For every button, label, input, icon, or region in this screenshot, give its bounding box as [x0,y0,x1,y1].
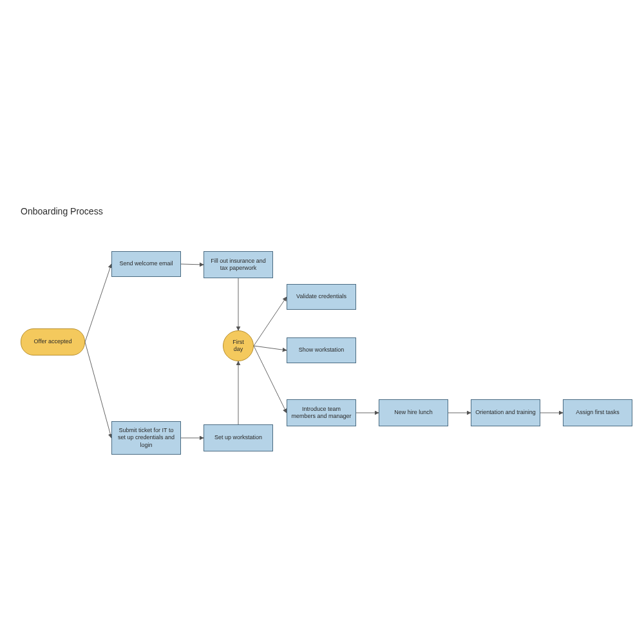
node-label: New hire lunch [394,409,433,416]
node-label: Submit ticket for IT to set up credentia… [116,427,176,449]
node-label: Introduce team members and manager [291,406,352,421]
edge-firstday-to-showws [254,346,287,350]
diagram-canvas: Onboarding Process Offer accepted Send w… [0,0,644,644]
node-fill-paperwork: Fill out insurance and tax paperwork [204,251,273,278]
node-label: Orientation and training [475,409,536,416]
node-label: Show workstation [299,346,345,354]
node-label: First day [227,339,249,354]
node-first-day: First day [223,330,254,361]
node-show-workstation: Show workstation [287,337,356,363]
diagram-title: Onboarding Process [21,206,103,216]
edge-offer-to-ticket [85,342,111,438]
node-label: Set up workstation [214,434,262,441]
node-assign-first-tasks: Assign first tasks [563,399,632,426]
node-send-welcome-email: Send welcome email [111,251,181,277]
node-offer-accepted: Offer accepted [21,328,85,355]
node-label: Assign first tasks [576,409,620,416]
edges-layer [0,0,644,644]
node-submit-it-ticket: Submit ticket for IT to set up credentia… [111,421,181,455]
edge-offer-to-welcome [85,264,111,342]
node-label: Send welcome email [119,260,173,267]
node-introduce-team: Introduce team members and manager [287,399,356,426]
node-new-hire-lunch: New hire lunch [379,399,448,426]
node-orientation-training: Orientation and training [471,399,540,426]
node-label: Validate credentials [296,293,346,300]
node-label: Fill out insurance and tax paperwork [208,258,269,272]
edge-firstday-to-validate [254,297,287,346]
edge-firstday-to-introduce [254,346,287,413]
edge-welcome-to-paperwork [181,264,204,265]
node-label: Offer accepted [34,338,72,345]
node-set-up-workstation: Set up workstation [204,424,273,451]
node-validate-credentials: Validate credentials [287,284,356,310]
